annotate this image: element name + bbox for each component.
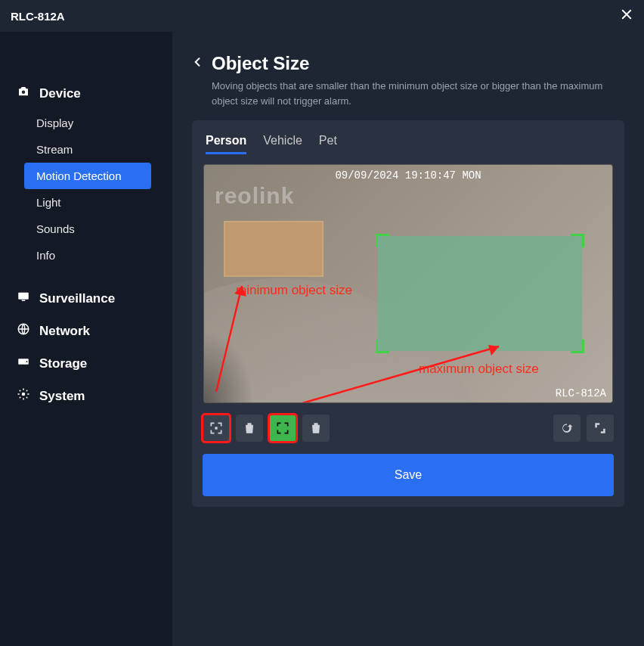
preview-timestamp: 09/09/2024 19:10:47 MON [335,169,481,182]
object-tabs: Person Vehicle Pet [203,134,614,162]
sidebar-group-label: Surveillance [39,291,115,306]
svg-point-5 [26,361,28,362]
preview-toolbar [203,415,614,442]
save-button[interactable]: Save [203,454,614,496]
sidebar-group-device[interactable]: Device [0,77,172,110]
sidebar-group-system[interactable]: System [0,380,172,412]
globe-icon [17,322,30,340]
window-titlebar: RLC-812A [0,0,644,32]
sidebar-group-label: Network [39,324,90,339]
tab-vehicle[interactable]: Vehicle [263,134,302,154]
window-title: RLC-812A [11,10,65,23]
max-size-tool-button[interactable] [269,415,296,442]
svg-point-6 [22,393,26,396]
sidebar-item-light[interactable]: Light [0,189,163,216]
gear-icon [17,387,30,405]
sidebar-item-motion[interactable]: Motion Detection [24,163,151,189]
sidebar-group-storage[interactable]: Storage [0,347,172,380]
page-description: Moving objects that are smaller than the… [212,79,620,108]
tab-pet[interactable]: Pet [319,134,337,154]
svg-rect-2 [22,300,26,302]
sidebar-item-info[interactable]: Info [0,242,163,269]
sidebar-item-display[interactable]: Display [0,110,163,136]
sidebar-group-surveillance[interactable]: Surveillance [0,282,172,315]
svg-point-0 [22,91,26,95]
settings-panel: Person Vehicle Pet reolink 09/09/2024 19… [192,120,624,507]
display-icon [17,290,30,307]
delete-max-button[interactable] [302,415,330,442]
svg-rect-1 [18,293,29,300]
fullscreen-button[interactable] [587,415,614,442]
sidebar: Device Display Stream Motion Detection L… [0,32,172,646]
sidebar-group-label: Device [39,86,81,101]
min-size-tool-button[interactable] [203,415,230,442]
camera-icon [17,85,30,102]
refresh-button[interactable] [553,415,581,442]
sidebar-group-label: Storage [39,356,87,371]
watermark-text: reolink [215,183,294,209]
main-panel: Object Size Moving objects that are smal… [172,32,644,646]
sidebar-group-label: System [39,389,85,404]
svg-rect-11 [215,427,217,429]
sidebar-group-network[interactable]: Network [0,315,172,347]
back-icon[interactable] [192,56,204,71]
sidebar-item-sounds[interactable]: Sounds [0,216,163,242]
min-object-box[interactable] [224,221,324,277]
sidebar-item-stream[interactable]: Stream [0,136,163,163]
page-title: Object Size [212,53,309,74]
annotation-min: minimum object size [236,283,352,298]
close-icon[interactable] [620,8,633,24]
preview-model-tag: RLC-812A [556,387,606,399]
annotation-max: maximum object size [419,362,539,377]
camera-preview[interactable]: reolink 09/09/2024 19:10:47 MON RLC-812A… [204,165,612,402]
max-object-box[interactable] [378,236,582,351]
delete-min-button[interactable] [236,415,263,442]
drive-icon [17,355,30,372]
tab-person[interactable]: Person [206,134,246,154]
